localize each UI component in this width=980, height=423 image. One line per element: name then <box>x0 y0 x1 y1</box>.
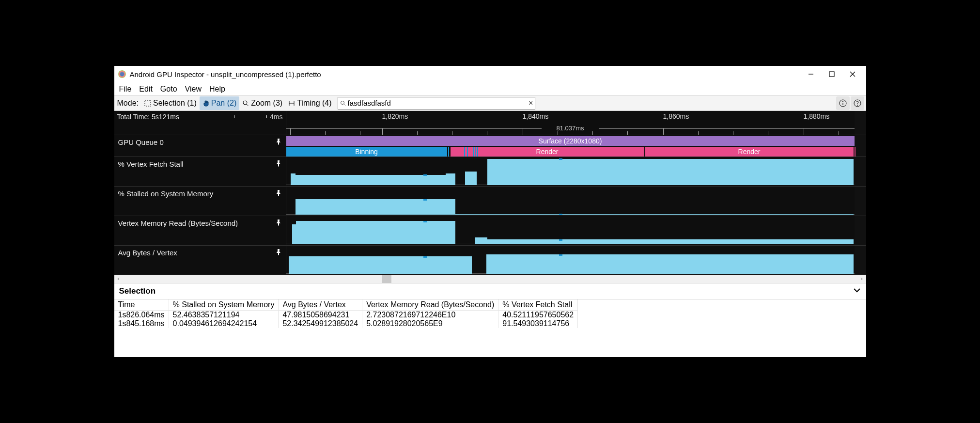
search-icon <box>340 100 346 106</box>
svg-point-14 <box>842 101 843 102</box>
track-label: % Stalled on System Memory <box>118 189 214 198</box>
svg-line-11 <box>344 104 345 106</box>
h-scrollbar[interactable]: ‹ › <box>114 275 866 283</box>
minimize-button[interactable] <box>801 66 822 82</box>
binning-lane[interactable]: Binning <box>286 147 447 157</box>
mode-label: Mode: <box>116 99 141 108</box>
range-label: 81.037ms <box>286 125 855 132</box>
render-lane[interactable]: Render <box>645 147 854 157</box>
vertex-fetch-stall-graph[interactable] <box>286 157 855 186</box>
info-button[interactable] <box>836 96 850 110</box>
collapse-icon[interactable] <box>853 286 861 297</box>
menu-file[interactable]: File <box>115 82 136 95</box>
track-label: % Vertex Fetch Stall <box>118 160 184 168</box>
gpu-queue-body[interactable]: Surface (2280x1080) Binning Render Rende… <box>286 135 855 157</box>
search-box[interactable]: × <box>338 97 535 110</box>
surface-lane[interactable]: Surface (2280x1080) <box>286 136 855 146</box>
clear-search-icon[interactable]: × <box>527 99 535 108</box>
pin-icon[interactable] <box>275 249 282 257</box>
timeline[interactable]: Total Time: 5s121ms 4ms 1,820ms 1,840ms … <box>114 111 866 275</box>
svg-line-6 <box>247 104 249 106</box>
table-row[interactable]: 1s826.064ms52.463835712119447.9815058694… <box>114 311 578 320</box>
menu-edit[interactable]: Edit <box>135 82 156 95</box>
scroll-right-icon[interactable]: › <box>858 275 866 283</box>
app-icon <box>118 70 126 78</box>
vertex-memory-read-graph[interactable] <box>286 216 855 245</box>
svg-point-16 <box>857 105 857 105</box>
svg-point-5 <box>243 101 247 105</box>
mode-pan[interactable]: Pan (2) <box>200 96 239 110</box>
svg-point-10 <box>341 101 344 104</box>
menu-bar: File Edit Goto View Help <box>114 82 866 95</box>
maximize-button[interactable] <box>822 66 842 82</box>
svg-rect-1 <box>829 72 834 77</box>
table-row[interactable]: 1s845.168ms0.04939461269424215452.342549… <box>114 319 578 328</box>
avg-bytes-vertex-graph[interactable] <box>286 246 855 275</box>
track-label: Vertex Memory Read (Bytes/Second) <box>118 219 238 227</box>
render-lane[interactable]: Render <box>451 147 644 157</box>
menu-help[interactable]: Help <box>205 82 229 95</box>
help-button[interactable] <box>851 96 864 110</box>
pin-icon[interactable] <box>275 189 282 198</box>
selection-table: Time % Stalled on System Memory Avg Byte… <box>114 299 866 328</box>
total-time-label: Total Time: 5s121ms <box>117 113 179 121</box>
window-title: Android GPU Inspector - unsplit_uncompre… <box>130 70 321 78</box>
pin-icon[interactable] <box>275 219 282 227</box>
search-input[interactable] <box>348 98 527 109</box>
titlebar[interactable]: Android GPU Inspector - unsplit_uncompre… <box>114 66 866 82</box>
pin-icon[interactable] <box>275 160 282 168</box>
zoom-icon <box>242 100 249 107</box>
close-button[interactable] <box>842 66 863 82</box>
scale-indicator: 4ms <box>234 113 282 121</box>
time-ruler[interactable]: 1,820ms 1,840ms 1,860ms 1,880ms 81.037ms <box>286 111 855 135</box>
scroll-left-icon[interactable]: ‹ <box>114 275 123 283</box>
menu-goto[interactable]: Goto <box>156 82 181 95</box>
scrollbar-thumb[interactable] <box>382 275 391 283</box>
pin-icon[interactable] <box>275 138 282 146</box>
timing-icon <box>288 100 295 107</box>
mode-timing[interactable]: Timing (4) <box>285 96 334 110</box>
track-label: Avg Bytes / Vertex <box>118 249 177 257</box>
mode-bar: Mode: Selection (1) Pan (2) Zoom (3) Tim… <box>114 95 866 111</box>
gpu-queue-label: GPU Queue 0 <box>118 138 164 146</box>
selection-icon <box>144 100 151 107</box>
mode-zoom[interactable]: Zoom (3) <box>239 96 285 110</box>
hand-icon <box>202 100 209 107</box>
selection-title: Selection <box>119 286 156 296</box>
mode-selection[interactable]: Selection (1) <box>141 96 200 110</box>
menu-view[interactable]: View <box>181 82 205 95</box>
system-memory-stall-graph[interactable] <box>286 187 855 216</box>
svg-rect-4 <box>145 100 151 106</box>
